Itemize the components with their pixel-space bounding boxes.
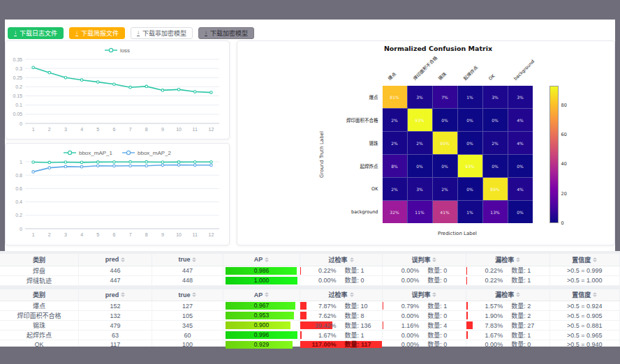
column-header-过检率[interactable]: 过检率	[300, 289, 383, 301]
download-encrypted-model-button[interactable]: ↓下载加密模型	[198, 27, 254, 39]
matrix-cell: 2%	[383, 178, 407, 200]
sort-icon[interactable]	[350, 257, 354, 262]
matrix-cell: 0%	[458, 132, 482, 154]
svg-text:7: 7	[129, 232, 132, 237]
table-row: 锡珠4793450.90039.42%数量: 1361.16%数量: 47.83…	[0, 321, 620, 331]
sort-icon[interactable]	[593, 257, 597, 262]
rate-percent: 1.16%	[383, 321, 419, 330]
matrix-cell: 11%	[408, 201, 432, 223]
rate-count: 数量: 10	[337, 302, 383, 310]
rate-percent: 0.00%	[300, 276, 336, 285]
column-header-true[interactable]: true	[152, 289, 223, 301]
matrix-cell: 93%	[408, 109, 432, 131]
svg-text:0.05: 0.05	[13, 112, 22, 116]
svg-text:0.8: 0.8	[15, 173, 22, 178]
sort-icon[interactable]	[350, 292, 354, 297]
column-header-过检率[interactable]: 过检率	[300, 254, 383, 266]
sort-icon[interactable]	[121, 257, 125, 262]
column-header-AP[interactable]: AP	[223, 289, 300, 301]
table-row: 焊盘4464470.9860.22%数量: 10.00%数量: 00.22%数量…	[0, 266, 620, 275]
column-header-label: pred	[105, 291, 119, 298]
column-header-置信度[interactable]: 置信度	[549, 289, 619, 301]
download-button-label: 下载加密模型	[210, 29, 248, 38]
colorbar-tick-label: 60	[561, 132, 567, 137]
rate-count: 数量: 0	[419, 276, 466, 285]
column-header-误判率[interactable]: 误判率	[383, 254, 466, 266]
class-name-cell: 爆点	[0, 301, 79, 311]
column-header-true[interactable]: true	[152, 254, 223, 266]
matrix-cell: 2%	[383, 109, 407, 131]
overdetect-rate-cell: 7.62%数量: 8	[300, 311, 383, 321]
column-header-label: 类别	[33, 255, 45, 264]
sort-icon[interactable]	[265, 292, 269, 297]
sort-icon[interactable]	[432, 292, 436, 297]
svg-text:9: 9	[161, 232, 164, 237]
sort-icon[interactable]	[432, 257, 436, 262]
matrix-cell: 93%	[458, 155, 482, 177]
matrix-cell: 0%	[483, 155, 508, 177]
column-header-label: true	[178, 291, 190, 298]
sort-icon[interactable]	[121, 292, 125, 297]
svg-text:8: 8	[145, 127, 148, 132]
column-header-误判率[interactable]: 误判率	[383, 289, 466, 301]
rate-percent: 1.90%	[466, 312, 503, 320]
miss-rate-cell: 7.83%数量: 27	[466, 321, 549, 331]
rate-percent: 0.00%	[383, 266, 419, 275]
rate-percent: 1.57%	[466, 302, 503, 310]
sort-icon[interactable]	[516, 292, 520, 297]
download-log-button[interactable]: ↓下载日志文件	[8, 27, 64, 39]
rate-count: 数量: 1	[503, 276, 549, 285]
column-header-漏检率[interactable]: 漏检率	[466, 289, 549, 301]
column-header-label: 置信度	[572, 290, 591, 299]
sort-icon[interactable]	[265, 257, 269, 262]
legend-item-bbox_mAP_1[interactable]: bbox_mAP_1	[64, 148, 112, 158]
rate-count: 数量: 0	[337, 276, 383, 285]
rate-count: 数量: 1	[337, 266, 383, 275]
sort-icon[interactable]	[192, 292, 196, 297]
column-header-label: true	[178, 256, 190, 263]
sort-icon[interactable]	[192, 257, 196, 262]
matrix-cell: 3%	[508, 86, 533, 108]
confidence-cell: >0.5 = 0.905	[549, 311, 619, 321]
svg-text:4: 4	[80, 127, 83, 132]
matrix-cell: 4%	[508, 132, 533, 154]
svg-text:12: 12	[209, 232, 214, 237]
column-header-类别: 类别	[0, 254, 79, 266]
svg-text:12: 12	[209, 127, 214, 132]
ap-value: 0.967	[226, 302, 297, 310]
rate-count: 数量: 0	[419, 331, 466, 340]
download-icon: ↓	[75, 30, 78, 36]
charts-row: loss 00.050.10.150.20.250.30.35123456789…	[5, 40, 615, 245]
sort-icon[interactable]	[593, 292, 597, 297]
column-header-pred[interactable]: pred	[79, 289, 152, 301]
download-unencrypted-model-button[interactable]: ↓下载非加密模型	[131, 27, 193, 39]
svg-text:0.1: 0.1	[15, 103, 22, 107]
ap-bar-cell: 0.967	[223, 301, 300, 311]
miss-rate-cell: 1.90%数量: 2	[466, 311, 549, 321]
matrix-cell: 2%	[408, 132, 432, 154]
rate-percent: 1.67%	[466, 331, 503, 340]
rate-percent: 0.00%	[383, 276, 419, 285]
confidence-cell: >0.5 = 0.881	[549, 321, 619, 331]
matrix-cell: 32%	[383, 201, 407, 223]
rate-percent: 0.22%	[300, 266, 336, 275]
map-chart-svg: 00.20.40.60.81123456789101112	[6, 158, 226, 238]
ap-bar-cell: 0.900	[223, 321, 300, 331]
column-header-漏检率[interactable]: 漏检率	[466, 254, 549, 266]
charts-left-column: loss 00.050.10.150.20.250.30.35123456789…	[5, 40, 230, 245]
ap-value: 0.996	[226, 331, 297, 339]
column-header-置信度[interactable]: 置信度	[549, 254, 619, 266]
true-cell: 448	[152, 275, 223, 285]
column-header-label: AP	[254, 291, 263, 298]
ap-bar-cell: 0.953	[223, 311, 300, 321]
sort-icon[interactable]	[516, 257, 520, 262]
legend-item-loss[interactable]: loss	[105, 45, 130, 55]
download-report-button[interactable]: ↓下载简报文件	[69, 27, 125, 39]
pred-cell: 447	[79, 275, 152, 285]
svg-text:7: 7	[129, 127, 132, 132]
download-icon: ↓	[137, 30, 140, 36]
matrix-cell: 0%	[433, 155, 457, 177]
legend-item-bbox_mAP_2[interactable]: bbox_mAP_2	[122, 148, 171, 158]
column-header-AP[interactable]: AP	[223, 254, 300, 266]
column-header-pred[interactable]: pred	[79, 254, 152, 266]
